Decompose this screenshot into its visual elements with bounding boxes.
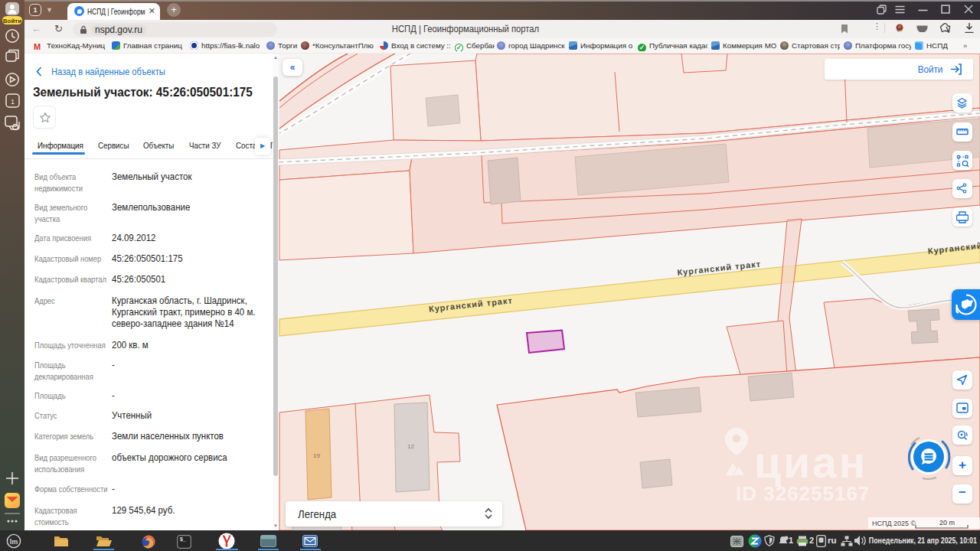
svg-text:Войти: Войти (3, 18, 22, 24)
svg-text:ID 326255167: ID 326255167 (736, 482, 870, 505)
svg-text:1: 1 (11, 98, 15, 106)
svg-text:lm: lm (10, 538, 18, 546)
svg-text:циан: циан (754, 438, 867, 487)
svg-text:$_: $_ (180, 536, 186, 543)
svg-text:12: 12 (407, 443, 414, 450)
svg-text:19: 19 (313, 452, 320, 459)
